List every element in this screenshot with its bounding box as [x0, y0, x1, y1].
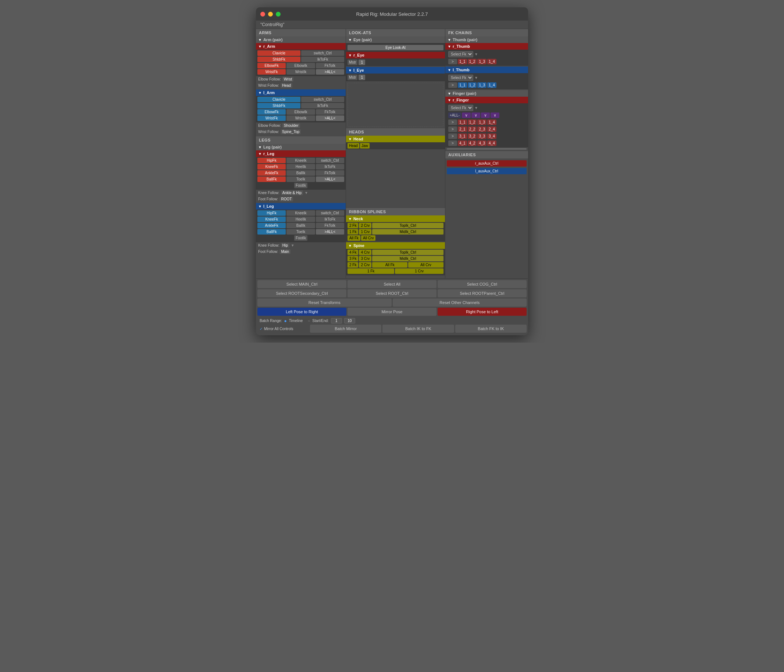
l-arm-shldrfk[interactable]: ShldrFk: [257, 103, 300, 109]
l-leg-toeik[interactable]: ToeIk: [286, 229, 315, 234]
r-finger-all-btn[interactable]: +ALL-: [448, 112, 461, 118]
head-btn[interactable]: Head: [347, 143, 359, 149]
eye-look-at-btn[interactable]: Eye Look-At: [347, 45, 443, 50]
r-finger-v3[interactable]: v: [481, 112, 490, 118]
reset-transforms-btn[interactable]: Reset Transforms: [257, 298, 392, 307]
select-root-btn[interactable]: Select ROOT_Ctrl: [347, 289, 437, 297]
r-thumb-1-2[interactable]: 1_2: [468, 59, 477, 64]
neck-allcrv[interactable]: All Crv: [361, 235, 375, 241]
neck-midik-ctrl[interactable]: MidIk_Ctrl: [372, 229, 443, 234]
spine-2crv[interactable]: 2 Crv: [359, 262, 372, 268]
neck-1crv[interactable]: 1 Crv: [359, 229, 372, 234]
l-thumb-1-3[interactable]: 1_3: [477, 82, 487, 88]
r-finger-fk-select[interactable]: Select Fk: [448, 105, 473, 111]
l-arm-elbowik[interactable]: ElbowIk: [286, 109, 315, 115]
r-arm-elbowik[interactable]: ElbowIk: [286, 63, 315, 68]
r-leg-ballik[interactable]: BallIk: [286, 170, 315, 176]
r-aux-ctrl-btn[interactable]: r_auxAux_Ctrl: [447, 160, 527, 166]
neck-2fk[interactable]: 2 Fk: [347, 223, 358, 228]
spine-3crv[interactable]: 3 Crv: [359, 256, 372, 261]
l-thumb-fk-select[interactable]: Select Fk: [448, 74, 473, 81]
l-thumb-1-4[interactable]: 1_4: [487, 82, 496, 88]
r-arm-fktoik[interactable]: FkToIk: [316, 63, 344, 68]
r-arm-all[interactable]: >ALL<: [316, 69, 344, 74]
r-finger-1-2[interactable]: 1_2: [468, 120, 477, 125]
r-leg-heelik[interactable]: HeelIk: [286, 164, 315, 169]
mirror-pose-btn[interactable]: Mirror Pose: [347, 308, 437, 316]
r-leg-switch-ctrl[interactable]: switch_Ctrl: [316, 158, 344, 163]
neck-allfk[interactable]: All Fk: [347, 235, 360, 241]
l-leg-footik[interactable]: FootIk: [294, 235, 307, 241]
r-leg-all[interactable]: >ALL<: [316, 177, 344, 182]
l-leg-switch-ctrl[interactable]: switch_Ctrl: [316, 210, 344, 216]
r-finger-2-4[interactable]: 2_4: [487, 126, 496, 132]
r-thumb-fk-select[interactable]: Select Fk: [448, 51, 473, 57]
l-arm-wristfk[interactable]: WristFk: [257, 115, 286, 121]
r-leg-kneefk[interactable]: KneeFk: [257, 164, 286, 169]
reset-other-btn[interactable]: Reset Other Channels: [393, 298, 527, 307]
r-finger-3-1[interactable]: 3_1: [458, 133, 467, 139]
select-main-btn[interactable]: Select MAIN_Ctrl: [257, 280, 346, 288]
r-thumb-1-4[interactable]: 1_4: [487, 59, 496, 64]
batch-ik-to-fk-btn[interactable]: Batch IK to FK: [383, 324, 454, 333]
r-finger-1-4[interactable]: 1_4: [487, 120, 496, 125]
l-thumb-1-2[interactable]: 1_2: [468, 82, 477, 88]
select-root-parent-btn[interactable]: Select ROOTParent_Ctrl: [438, 289, 527, 297]
r-arm-switch-ctrl[interactable]: switch_Ctrl: [301, 50, 344, 56]
r-thumb-1-3[interactable]: 1_3: [477, 59, 487, 64]
r-finger-3-2[interactable]: 3_2: [468, 133, 477, 139]
r-finger-2-1[interactable]: 2_1: [458, 126, 467, 132]
spine-2fk[interactable]: 2 Fk: [347, 262, 358, 268]
end-val-input[interactable]: [344, 318, 355, 323]
spine-4fk[interactable]: 4 Fk: [347, 250, 358, 255]
spine-topik-ctrl[interactable]: TopIk_Ctrl: [372, 250, 443, 255]
l-thumb-arrow-btn[interactable]: >: [448, 82, 457, 88]
r-finger-2-2[interactable]: 2_2: [468, 126, 477, 132]
r-thumb-arrow-btn[interactable]: >: [448, 59, 457, 64]
start-val-input[interactable]: [331, 318, 342, 323]
l-arm-wristik[interactable]: WristIk: [286, 115, 315, 121]
r-finger-4-1[interactable]: 4_1: [458, 140, 467, 146]
r-leg-hipfk[interactable]: HipFk: [257, 158, 286, 163]
l-arm-iktofk[interactable]: IkToFk: [301, 103, 344, 109]
r-leg-footik[interactable]: FootIk: [294, 183, 307, 188]
l-leg-heelik[interactable]: HeelIk: [286, 217, 315, 222]
maximize-button[interactable]: [276, 12, 281, 17]
batch-fk-to-ik-btn[interactable]: Batch FK to IK: [455, 324, 527, 333]
r-finger-r2-arrow[interactable]: >: [448, 126, 457, 132]
r-arm-shldrfk[interactable]: ShldrFk: [257, 57, 300, 62]
l-leg-hipfk[interactable]: HipFk: [257, 210, 286, 216]
r-leg-fktoik[interactable]: FkToIk: [316, 170, 344, 176]
spine-allfk[interactable]: All Fk: [372, 262, 408, 268]
spine-midik-ctrl[interactable]: MidIk_Ctrl: [372, 256, 443, 261]
l-arm-elbowfk[interactable]: ElbowFk: [257, 109, 286, 115]
r-finger-r4-arrow[interactable]: >: [448, 140, 457, 146]
r-finger-v4[interactable]: v: [490, 112, 499, 118]
r-finger-1-3[interactable]: 1_3: [477, 120, 487, 125]
l-aux-ctrl-btn[interactable]: l_auxAux_Ctrl: [447, 168, 527, 174]
r-arm-elbowfk[interactable]: ElbowFk: [257, 63, 286, 68]
spine-allcrv[interactable]: All Crv: [408, 262, 443, 268]
l-arm-switch-ctrl[interactable]: switch_Ctrl: [301, 97, 344, 102]
r-leg-kneeik[interactable]: KneeIk: [286, 158, 315, 163]
r-finger-v2[interactable]: v: [471, 112, 480, 118]
r-finger-3-3[interactable]: 3_3: [477, 133, 487, 139]
l-leg-iktofk[interactable]: IkToFk: [316, 217, 344, 222]
neck-1fk[interactable]: 1 Fk: [347, 229, 358, 234]
r-finger-3-4[interactable]: 3_4: [487, 133, 496, 139]
l-arm-clavicle[interactable]: Clavicle: [257, 97, 300, 102]
r-arm-iktofk[interactable]: IkToFk: [301, 57, 344, 62]
neck-2crv[interactable]: 2 Crv: [359, 223, 372, 228]
r-finger-4-2[interactable]: 4_2: [468, 140, 477, 146]
r-leg-toeik[interactable]: ToeIk: [286, 177, 315, 182]
spine-4crv[interactable]: 4 Crv: [359, 250, 372, 255]
l-leg-all[interactable]: >ALL<: [316, 229, 344, 234]
r-thumb-1-1[interactable]: 1_1: [458, 59, 467, 64]
l-thumb-1-1[interactable]: 1_1: [458, 82, 467, 88]
r-finger-1-1[interactable]: 1_1: [458, 120, 467, 125]
r-arm-clavicle[interactable]: Clavicle: [257, 50, 300, 56]
l-leg-kneeik[interactable]: KneeIk: [286, 210, 315, 216]
jaw-btn[interactable]: Jaw: [360, 143, 370, 149]
start-end-radio[interactable]: ○: [308, 319, 310, 323]
r-leg-iktofk[interactable]: IkToFk: [316, 164, 344, 169]
